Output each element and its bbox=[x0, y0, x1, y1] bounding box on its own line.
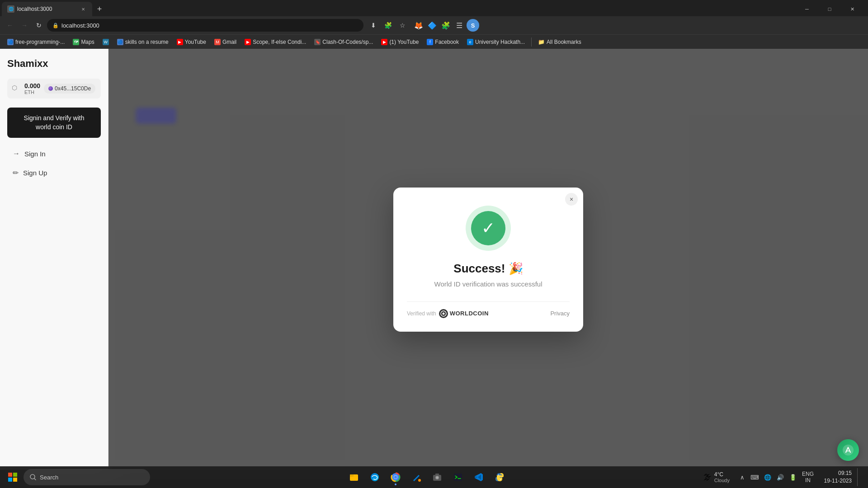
bookmark-label: Gmail bbox=[222, 39, 236, 45]
eth-icon: ⬡ bbox=[12, 84, 21, 93]
taskbar-app-terminal[interactable] bbox=[449, 468, 467, 486]
taskbar-app-vscode[interactable] bbox=[470, 468, 488, 486]
wallet-address-button[interactable]: 0x45...15C0De bbox=[44, 84, 95, 94]
bookmark-clash[interactable]: 🔖 Clash-Of-Codes/sp... bbox=[311, 38, 377, 47]
taskbar-app-paint[interactable] bbox=[407, 468, 425, 486]
bookmark-favicon: 🔵 bbox=[7, 39, 14, 45]
profile-button[interactable]: S bbox=[467, 19, 479, 32]
taskbar-app-python[interactable] bbox=[491, 468, 509, 486]
new-tab-button[interactable]: + bbox=[93, 3, 106, 15]
bookmark-university[interactable]: e University Hackath... bbox=[463, 38, 528, 47]
sidebar-item-signup[interactable]: ✏ Sign Up bbox=[7, 164, 101, 182]
taskbar-app-explorer[interactable] bbox=[345, 468, 363, 486]
tab-bar: 🌐 localhost:3000 ✕ + ─ □ ✕ bbox=[0, 0, 868, 16]
tray-battery-icon[interactable]: 🔋 bbox=[788, 472, 798, 483]
toolbar-right: 🦊 🔷 🧩 ☰ S bbox=[412, 19, 479, 32]
privacy-link[interactable]: Privacy bbox=[550, 310, 570, 317]
bookmark-separator bbox=[531, 38, 532, 47]
wallet-info: ⬡ 0.000 ETH 0x45...15C0De bbox=[7, 79, 101, 99]
browser-chrome: 🌐 localhost:3000 ✕ + ─ □ ✕ ← → ↻ 🔒 local… bbox=[0, 0, 868, 49]
folder-icon: 📁 bbox=[538, 39, 545, 45]
tray-network-icon[interactable]: 🌐 bbox=[762, 472, 773, 483]
svg-point-14 bbox=[418, 479, 421, 482]
bookmark-scope[interactable]: ▶ Scope, If-else Condi... bbox=[241, 38, 310, 47]
svg-rect-18 bbox=[435, 474, 439, 475]
bookmark-all-bookmarks[interactable]: 📁 All Bookmarks bbox=[534, 38, 585, 47]
bookmark-gmail[interactable]: M Gmail bbox=[211, 38, 240, 47]
tab-favicon: 🌐 bbox=[7, 5, 14, 13]
svg-point-13 bbox=[394, 476, 397, 479]
bookmark-youtube1[interactable]: ▶ YouTube bbox=[173, 38, 210, 47]
bookmark-maps[interactable]: 🗺 Maps bbox=[69, 38, 98, 47]
back-button[interactable]: ← bbox=[4, 19, 16, 32]
bookmark-label: Maps bbox=[81, 39, 94, 45]
tray-icon-1[interactable]: ⌨ bbox=[750, 472, 760, 483]
signup-icon: ✏ bbox=[13, 169, 19, 177]
taskbar-search[interactable]: Search bbox=[24, 469, 150, 485]
reload-button[interactable]: ↻ bbox=[33, 19, 45, 32]
bookmark-favicon: f bbox=[427, 39, 433, 45]
app-title: Shamixx bbox=[7, 58, 101, 70]
close-button[interactable]: ✕ bbox=[842, 2, 863, 16]
bookmark-favicon: W bbox=[103, 39, 109, 45]
wallet-dot-icon bbox=[48, 86, 53, 91]
checkmark-icon: ✓ bbox=[481, 220, 495, 236]
bookmark-skills[interactable]: 🔵 skills on a resume bbox=[113, 38, 172, 47]
svg-point-20 bbox=[498, 474, 499, 475]
bookmark-label: skills on a resume bbox=[125, 39, 169, 45]
bookmark-facebook[interactable]: f Facebook bbox=[423, 38, 462, 47]
start-button[interactable] bbox=[4, 468, 22, 486]
tray-sound-icon[interactable]: 🔊 bbox=[775, 472, 786, 483]
weather-icon: 🌫 bbox=[703, 473, 712, 482]
tray-chevron-button[interactable]: ∧ bbox=[737, 472, 748, 483]
star-button[interactable]: ☆ bbox=[396, 19, 409, 32]
sidebar-item-signin[interactable]: → Sign In bbox=[7, 145, 101, 162]
taskbar-apps bbox=[152, 468, 702, 486]
bookmark-label: Clash-Of-Codes/sp... bbox=[322, 39, 373, 45]
bookmark-label: Facebook bbox=[435, 39, 459, 45]
bookmark-favicon: 🗺 bbox=[73, 39, 79, 45]
modal-subtitle: World ID verification was successful bbox=[407, 280, 570, 288]
worldcoin-logo-icon bbox=[439, 309, 448, 318]
eth-amount: 0.000 bbox=[24, 82, 40, 89]
ai-fab-button[interactable] bbox=[837, 439, 859, 461]
bookmark-label: Scope, If-else Condi... bbox=[253, 39, 306, 45]
taskbar-app-chrome[interactable] bbox=[387, 468, 405, 486]
address-bar-actions: ⬇ 🧩 ☆ bbox=[367, 19, 409, 32]
maximize-button[interactable]: □ bbox=[819, 2, 840, 16]
download-button[interactable]: ⬇ bbox=[367, 19, 380, 32]
toolbar-extension-2[interactable]: 🔷 bbox=[426, 19, 439, 32]
modal-close-button[interactable]: × bbox=[565, 193, 578, 206]
search-icon bbox=[30, 474, 36, 480]
address-bar-row: ← → ↻ 🔒 localhost:3000 ⬇ 🧩 ☆ 🦊 🔷 🧩 ☰ S bbox=[0, 16, 868, 34]
svg-rect-19 bbox=[454, 474, 462, 481]
worldcoin-logo: WORLDCOIN bbox=[439, 309, 489, 318]
taskbar: Search bbox=[0, 466, 868, 488]
bookmark-wordpress[interactable]: W bbox=[99, 38, 113, 47]
bookmark-free-programming[interactable]: 🔵 free-programming-... bbox=[4, 38, 68, 47]
toolbar-extension-1[interactable]: 🦊 bbox=[412, 19, 425, 32]
extensions-button[interactable]: 🧩 bbox=[382, 19, 394, 32]
taskbar-clock[interactable]: 09:15 19-11-2023 bbox=[817, 469, 854, 485]
forward-button[interactable]: → bbox=[18, 19, 31, 32]
bookmark-label: All Bookmarks bbox=[547, 39, 581, 45]
address-bar[interactable]: 🔒 localhost:3000 bbox=[47, 19, 363, 32]
show-desktop-button[interactable] bbox=[857, 468, 861, 486]
toolbar-extension-4[interactable]: ☰ bbox=[453, 19, 466, 32]
taskbar-app-edge[interactable] bbox=[366, 468, 384, 486]
signin-label: Sign In bbox=[24, 150, 46, 158]
eth-label: ETH bbox=[24, 89, 40, 95]
minimize-button[interactable]: ─ bbox=[797, 2, 817, 16]
svg-point-17 bbox=[436, 477, 438, 479]
language-indicator[interactable]: ENG IN bbox=[802, 471, 814, 483]
active-tab[interactable]: 🌐 localhost:3000 ✕ bbox=[2, 2, 92, 16]
bookmark-favicon: M bbox=[214, 39, 221, 45]
content-area: Shamixx ⬡ 0.000 ETH 0x45...15C0De Signin… bbox=[0, 49, 868, 470]
taskbar-app-camera[interactable] bbox=[428, 468, 446, 486]
modal-title: Success! 🎉 bbox=[407, 262, 570, 276]
bookmark-youtube2[interactable]: ▶ (1) YouTube bbox=[377, 38, 422, 47]
tab-close-button[interactable]: ✕ bbox=[80, 5, 87, 13]
signin-verify-button[interactable]: Signin and Verify withworld coin ID bbox=[7, 108, 101, 138]
svg-rect-4 bbox=[13, 473, 17, 477]
toolbar-extension-3[interactable]: 🧩 bbox=[439, 19, 452, 32]
